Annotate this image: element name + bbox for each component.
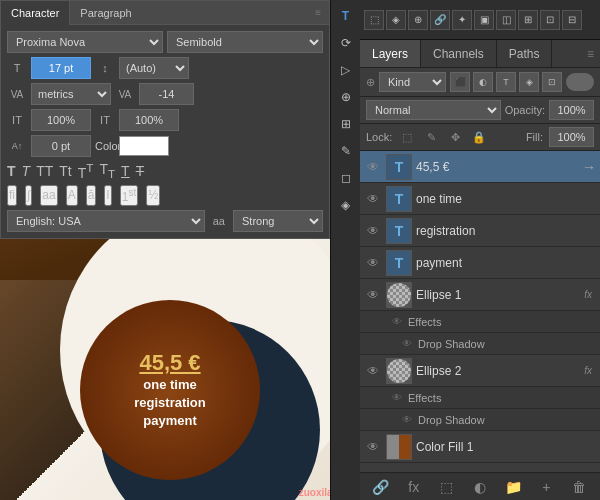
effects-eye-ellipse1[interactable]: 👁 bbox=[390, 315, 404, 329]
filter-text-btn[interactable]: T bbox=[496, 72, 516, 92]
new-group-btn[interactable]: 📁 bbox=[503, 477, 523, 497]
language-select[interactable]: English: USA bbox=[7, 210, 205, 232]
tool-select[interactable]: ▷ bbox=[334, 58, 358, 82]
lock-all-btn[interactable]: 🔒 bbox=[470, 128, 488, 146]
lock-transparent-btn[interactable]: ⬚ bbox=[398, 128, 416, 146]
add-mask-btn[interactable]: ⬚ bbox=[437, 477, 457, 497]
toolbar-icon-1[interactable]: ⬚ bbox=[364, 10, 384, 30]
toolbar-icon-4[interactable]: 🔗 bbox=[430, 10, 450, 30]
layer-filter-select[interactable]: Kind bbox=[379, 72, 446, 92]
scale-v-input[interactable] bbox=[119, 109, 179, 131]
tab-layers[interactable]: Layers bbox=[360, 40, 421, 67]
opacity-input[interactable] bbox=[549, 100, 594, 120]
scale-h-input[interactable] bbox=[31, 109, 91, 131]
layer-item-price[interactable]: 👁 T 45,5 € → bbox=[360, 151, 600, 183]
frac2-btn[interactable]: ½ bbox=[146, 185, 160, 206]
drop-shadow-eye-ellipse2[interactable]: 👁 bbox=[400, 413, 414, 427]
tab-paths[interactable]: Paths bbox=[497, 40, 553, 67]
layer-item-registration[interactable]: 👁 T registration bbox=[360, 215, 600, 247]
fi-ligature-btn[interactable]: fi bbox=[7, 185, 17, 206]
alt-btn[interactable]: A bbox=[66, 185, 78, 206]
blend-mode-select[interactable]: Normal bbox=[366, 100, 501, 120]
baseline-input[interactable] bbox=[31, 135, 91, 157]
font-weight-select[interactable]: Semibold bbox=[167, 31, 323, 53]
eye-btn-onetime[interactable]: 👁 bbox=[364, 190, 382, 208]
effects-eye-ellipse2[interactable]: 👁 bbox=[390, 391, 404, 405]
color-picker[interactable] bbox=[119, 136, 169, 156]
lock-paint-btn[interactable]: ✎ bbox=[422, 128, 440, 146]
filter-smart-btn[interactable]: ⊡ bbox=[542, 72, 562, 92]
layers-search-row: ⊕ Kind ⬛ ◐ T ◈ ⊡ bbox=[360, 68, 600, 97]
new-adjustment-btn[interactable]: ◐ bbox=[470, 477, 490, 497]
effects-row-ellipse1: 👁 Effects bbox=[360, 311, 600, 333]
layer-item-payment[interactable]: 👁 T payment bbox=[360, 247, 600, 279]
layers-panel-menu[interactable]: ≡ bbox=[587, 40, 600, 67]
eye-btn-registration[interactable]: 👁 bbox=[364, 222, 382, 240]
drop-shadow-label-ellipse2: Drop Shadow bbox=[418, 414, 485, 426]
eye-btn-ellipse2[interactable]: 👁 bbox=[364, 362, 382, 380]
fill-input[interactable] bbox=[549, 127, 594, 147]
tool-type[interactable]: T bbox=[334, 4, 358, 28]
tab-channels[interactable]: Channels bbox=[421, 40, 497, 67]
font-family-select[interactable]: Proxima Nova bbox=[7, 31, 163, 53]
eye-btn-payment[interactable]: 👁 bbox=[364, 254, 382, 272]
font-size-input[interactable] bbox=[31, 57, 91, 79]
effects-row-ellipse2: 👁 Effects bbox=[360, 387, 600, 409]
subscript-btn[interactable]: TT bbox=[99, 161, 115, 181]
tool-zoom[interactable]: ⊕ bbox=[334, 85, 358, 109]
toolbar-icon-3[interactable]: ⊕ bbox=[408, 10, 428, 30]
layer-item-colorfill1[interactable]: 👁 Color Fill 1 bbox=[360, 431, 600, 463]
tab-character[interactable]: Character bbox=[1, 1, 70, 25]
toolbar-icon-5[interactable]: ✦ bbox=[452, 10, 472, 30]
strikethrough-btn[interactable]: T bbox=[136, 161, 145, 181]
layer-item-ellipse1[interactable]: 👁 Ellipse 1 fx bbox=[360, 279, 600, 311]
char-panel-content: Proxima Nova Semibold T ↕ (Auto) bbox=[1, 25, 329, 238]
layers-list[interactable]: 👁 T 45,5 € → 👁 T one time 👁 T registrati… bbox=[360, 151, 600, 472]
toolbar-icon-9[interactable]: ⊡ bbox=[540, 10, 560, 30]
vert-text-btn[interactable]: I bbox=[104, 185, 111, 206]
tool-shape[interactable]: ◈ bbox=[334, 193, 358, 217]
eye-btn-price[interactable]: 👁 bbox=[364, 158, 382, 176]
bold-btn[interactable]: T bbox=[7, 161, 16, 181]
underline-btn[interactable]: T bbox=[121, 161, 130, 181]
language-row: English: USA aa Strong Sharp Crisp Smoot… bbox=[7, 210, 323, 232]
kerning-select[interactable]: metrics bbox=[31, 83, 111, 105]
delete-layer-btn[interactable]: 🗑 bbox=[569, 477, 589, 497]
filter-pixel-btn[interactable]: ⬛ bbox=[450, 72, 470, 92]
ordinal-btn[interactable]: aa bbox=[40, 185, 57, 206]
italic-btn[interactable]: T bbox=[22, 161, 31, 181]
app-layout: 45,5 € one time registration payment zuo… bbox=[0, 0, 600, 500]
filter-shape-btn[interactable]: ◈ bbox=[519, 72, 539, 92]
eye-btn-colorfill1[interactable]: 👁 bbox=[364, 438, 382, 456]
new-layer-btn[interactable]: + bbox=[536, 477, 556, 497]
small-caps-btn[interactable]: Tt bbox=[59, 161, 71, 181]
drop-shadow-eye-ellipse1[interactable]: 👁 bbox=[400, 337, 414, 351]
super-btn[interactable]: 1st bbox=[120, 185, 138, 206]
overline-btn[interactable]: ā bbox=[86, 185, 97, 206]
tab-paragraph[interactable]: Paragraph bbox=[70, 1, 141, 25]
aa-mode-select[interactable]: Strong Sharp Crisp Smooth bbox=[233, 210, 323, 232]
superscript-btn[interactable]: TT bbox=[78, 161, 94, 181]
layer-item-ellipse2[interactable]: 👁 Ellipse 2 fx bbox=[360, 355, 600, 387]
scale-v-icon: IT bbox=[95, 114, 115, 126]
tool-crop[interactable]: ⊞ bbox=[334, 112, 358, 136]
lock-position-btn[interactable]: ✥ bbox=[446, 128, 464, 146]
toolbar-icon-10[interactable]: ⊟ bbox=[562, 10, 582, 30]
toolbar-icon-2[interactable]: ◈ bbox=[386, 10, 406, 30]
filter-adjust-btn[interactable]: ◐ bbox=[473, 72, 493, 92]
tracking-input[interactable] bbox=[139, 83, 194, 105]
filter-toggle[interactable] bbox=[566, 73, 594, 91]
layer-item-onetime[interactable]: 👁 T one time bbox=[360, 183, 600, 215]
add-link-btn[interactable]: 🔗 bbox=[371, 477, 391, 497]
toolbar-icon-6[interactable]: ▣ bbox=[474, 10, 494, 30]
eye-btn-ellipse1[interactable]: 👁 bbox=[364, 286, 382, 304]
toolbar-icon-8[interactable]: ⊞ bbox=[518, 10, 538, 30]
leading-select[interactable]: (Auto) bbox=[119, 57, 189, 79]
tool-rotate[interactable]: ⟳ bbox=[334, 31, 358, 55]
caps-btn[interactable]: TT bbox=[36, 161, 53, 181]
frac-btn[interactable]: ∫ bbox=[25, 185, 32, 206]
toolbar-icon-7[interactable]: ◫ bbox=[496, 10, 516, 30]
tool-brush[interactable]: ✎ bbox=[334, 139, 358, 163]
add-style-btn[interactable]: fx bbox=[404, 477, 424, 497]
tool-eraser[interactable]: ◻ bbox=[334, 166, 358, 190]
